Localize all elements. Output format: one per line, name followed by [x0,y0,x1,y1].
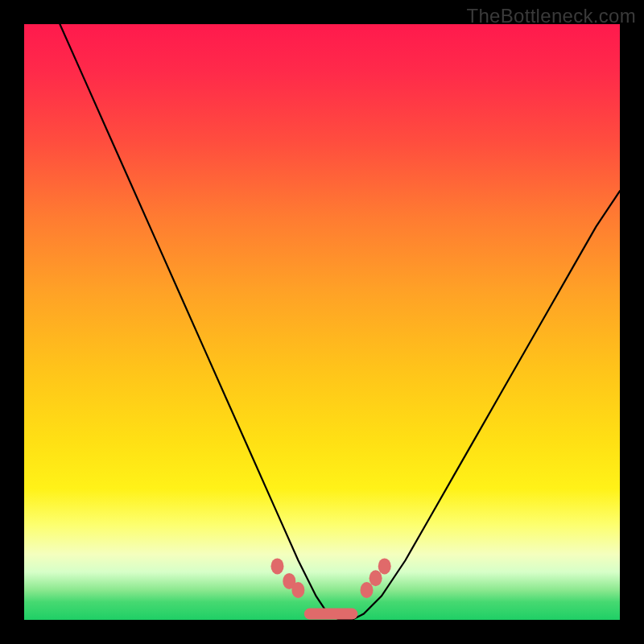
curve-marker [361,582,374,598]
curve-marker [369,570,382,586]
bottleneck-curve [60,24,620,620]
curve-marker [378,558,391,574]
curve-marker [291,582,304,598]
plot-area [24,24,620,620]
curve-layer [24,24,620,620]
highlighted-markers [271,558,391,598]
chart-frame: TheBottleneck.com [0,0,644,644]
flat-bottom-band [304,609,358,620]
curve-marker [271,558,284,574]
